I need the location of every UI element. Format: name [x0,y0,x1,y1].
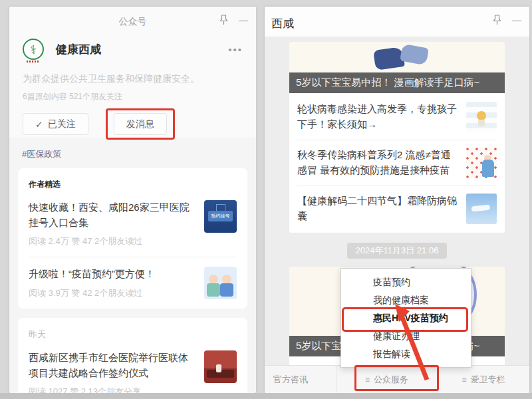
profile-window-header: 公众号 — [9,7,256,35]
article-thumbnail-frost [466,194,497,224]
tab-health-column[interactable]: ≡ 爱卫专栏 [437,366,529,393]
article-title: 秋冬季传染病科普系列2 流感≠普通感冒 最有效的预防措施是接种疫苗 [297,148,460,178]
sky-shape [471,205,491,212]
feed-article-row[interactable]: 轮状病毒感染进入高发季，专挑孩子下手！家长须知→ [297,94,497,140]
account-logo: ⚕ [23,39,44,60]
window-controls: — [219,15,248,25]
divider [29,257,237,257]
account-profile: ⚕ 健康西咸 ••• 为群众提供公共卫生服务和保障健康安全。 6篇原创内容 52… [9,35,256,135]
featured-articles-card: 作者精选 快速收藏！西安、咸阳26家三甲医院挂号入口合集 阅读 2.4万 赞 4… [18,168,247,309]
send-message-button[interactable]: 发消息 [114,113,167,135]
article-row[interactable]: 快速收藏！西安、咸阳26家三甲医院挂号入口合集 阅读 2.4万 赞 47 2个朋… [29,200,237,247]
article-thumbnail-ceremony-photo [204,350,237,383]
card-label: 作者精选 [29,179,237,190]
feed-article-row[interactable]: 秋冬季传染病科普系列2 流感≠普通感冒 最有效的预防措施是接种疫苗 [297,140,497,186]
more-options-icon[interactable]: ••• [228,44,243,55]
profile-article-feed: #医保政策 作者精选 快速收藏！西安、咸阳26家三甲医院挂号入口合集 阅读 2.… [9,138,256,393]
minimize-icon[interactable]: — [512,15,521,25]
article-title: 【健康解码二十四节气】霜降防病锦囊 [297,194,460,223]
card-label: 昨天 [29,329,237,340]
feed-headline-banner[interactable]: 5岁以下宝宝易中招！ 漫画解读手足口病~ [289,72,505,93]
send-message-label: 发消息 [126,118,154,130]
article-thumbnail-vaccine-cartoon [204,267,237,299]
account-name: 健康西咸 [56,42,101,57]
cartoon-head-shape [222,275,231,284]
tab-public-services[interactable]: ≡ 公众服务 [336,366,437,393]
official-account-profile-window: 公众号 — ⚕ 健康西咸 ••• 为群众提供公共卫生服务和保障健康安全。 6篇原… [9,7,256,393]
account-description: 为群众提供公共卫生服务和保障健康安全。 [23,73,243,85]
menu-item-report-interpretation[interactable]: 报告解读 [373,349,471,358]
check-icon: ✓ [35,119,43,130]
followed-label: 已关注 [48,118,76,130]
chat-message-area: 5岁以下宝宝易中招！ 漫画解读手足口病~ 轮状病毒感染进入高发季，专挑孩子下手！… [265,37,529,393]
cartoon-body-shape [207,283,220,297]
followed-button[interactable]: ✓ 已关注 [23,113,88,135]
cartoon-body-shape [220,283,233,297]
figure-shape [216,364,221,372]
tab-label: 公众服务 [374,374,408,386]
logo-red-text [27,61,40,63]
window-edge-shadow [0,393,532,399]
message-timestamp: 2024年11月3日 21:06 [347,243,448,259]
medical-staff-icon: ⚕ [24,41,43,59]
menu-item-hpv-vaccine-appointment[interactable]: 惠民HPV疫苗预约 [373,313,471,323]
account-menu-toolbar: 官方咨讯 ≡ 公众服务 ≡ 爱卫专栏 [265,365,529,393]
menu-item-vaccine-appointment[interactable]: 疫苗预约 [373,277,471,287]
public-service-popup-menu: 疫苗预约 我的健康档案 惠民HPV疫苗预约 健康证办理 报告解读 [340,268,471,368]
hamburger-icon: ≡ [365,375,370,384]
cartoon-body-shape [478,120,485,126]
thumbnail-sign-text: 预约挂号 [208,211,233,221]
account-meta: 6篇原创内容 521个朋友关注 [23,91,243,102]
official-account-chat-window: 西咸 — 5岁以下宝宝易中招！ 漫画解读手足口病~ 轮状病毒感染进入高发季，专挑… [265,7,529,393]
article-stats: 阅读 1027 赞 2 13个朋友分享 [29,386,196,393]
tab-label: 官方咨讯 [273,374,308,386]
hashtag-link[interactable]: #医保政策 [22,148,247,160]
chat-window-title: 西咸 [271,16,294,31]
pin-icon[interactable] [493,15,501,25]
screenshot-stage: 公众号 — ⚕ 健康西咸 ••• 为群众提供公共卫生服务和保障健康安全。 6篇原… [0,0,532,399]
yesterday-articles-card: 昨天 西咸新区携手市红会医院举行医联体项目共建战略合作签约仪式 阅读 1027 … [18,318,247,393]
pin-icon[interactable] [219,15,228,25]
window-controls: — [493,15,521,25]
article-stats: 阅读 3.9万 赞 42 2个朋友读过 [29,287,196,299]
cartoon-head-shape [477,111,486,120]
article-title: 升级啦！“疫苗预约”更方便！ [29,267,196,282]
feed-article-row[interactable]: 【健康解码二十四节气】霜降防病锦囊 [297,186,497,231]
menu-item-my-health-records[interactable]: 我的健康档案 [373,295,471,305]
cartoon-head-shape [209,275,218,284]
feed-message-card: 5岁以下宝宝易中招！ 漫画解读手足口病~ 轮状病毒感染进入高发季，专挑孩子下手！… [289,42,505,233]
cartoon-body-shape [482,160,494,177]
tab-label: 爱卫专栏 [471,374,505,386]
article-title: 轮状病毒感染进入高发季，专挑孩子下手！家长须知→ [297,102,460,132]
minimize-icon[interactable]: — [239,15,248,25]
article-thumbnail-flu [466,148,497,178]
thumbnail-hanger-shape [216,204,225,211]
hamburger-icon: ≡ [462,375,466,384]
article-thumbnail-rotavirus [466,102,497,132]
chat-window-header: 西咸 — [265,7,529,37]
article-stats: 阅读 2.4万 赞 47 2个朋友读过 [29,235,196,247]
article-title: 快速收藏！西安、咸阳26家三甲医院挂号入口合集 [29,200,196,230]
menu-item-health-certificate[interactable]: 健康证办理 [373,331,471,340]
feed-cover-image[interactable] [289,42,505,72]
article-title: 西咸新区携手市红会医院举行医联体项目共建战略合作签约仪式 [29,350,196,380]
tab-official-news[interactable]: 官方咨讯 [265,366,336,393]
article-row[interactable]: 西咸新区携手市红会医院举行医联体项目共建战略合作签约仪式 阅读 1027 赞 2… [29,350,237,393]
article-row[interactable]: 升级啦！“疫苗预约”更方便！ 阅读 3.9万 赞 42 2个朋友读过 [29,267,237,299]
article-thumbnail-registration: 预约挂号 [204,200,237,233]
